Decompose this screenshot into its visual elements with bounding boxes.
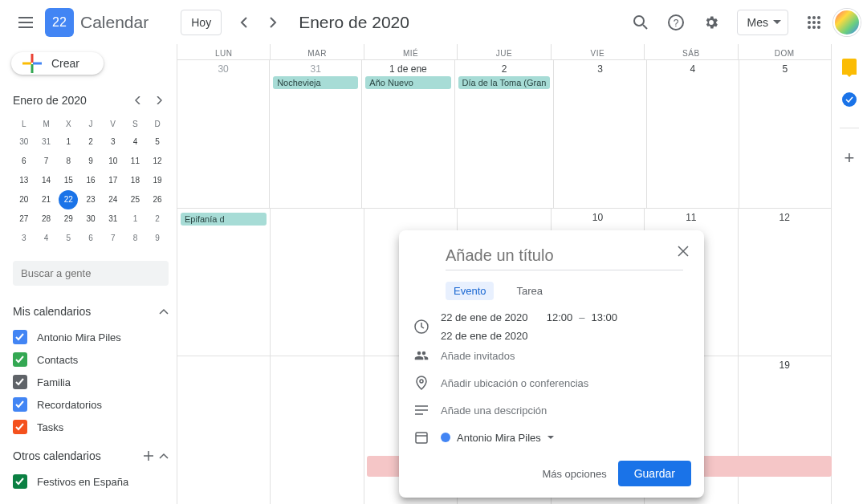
mini-day[interactable]: 2 — [148, 209, 167, 229]
mini-day[interactable]: 21 — [37, 190, 56, 209]
keep-icon[interactable] — [842, 59, 857, 75]
account-avatar[interactable] — [833, 9, 861, 36]
grid-cell[interactable]: Epifanía d — [177, 209, 271, 356]
create-button[interactable]: Crear — [11, 52, 104, 75]
end-date[interactable]: 22 de ene de 2020 — [441, 330, 527, 342]
grid-cell[interactable]: 12 — [739, 209, 832, 356]
menu-button[interactable] — [6, 3, 45, 42]
add-calendar-icon[interactable] — [143, 450, 154, 461]
calendar-selector[interactable]: Antonio Mira Piles — [441, 432, 554, 444]
mini-day[interactable]: 3 — [104, 132, 123, 152]
calendar-list-item[interactable]: Tasks — [13, 416, 169, 438]
tasks-panel-icon[interactable] — [842, 92, 857, 107]
mini-day[interactable]: 23 — [81, 190, 100, 209]
calendar-list-item[interactable]: Recordatorios — [13, 393, 169, 416]
mini-day[interactable]: 7 — [104, 229, 123, 248]
next-month-button[interactable] — [260, 10, 286, 35]
mini-day[interactable]: 15 — [59, 171, 78, 190]
mini-day[interactable]: 1 — [59, 132, 78, 152]
calendar-list-item[interactable]: Familia — [13, 371, 169, 393]
calendar-checkbox[interactable] — [13, 397, 27, 412]
mini-day[interactable]: 27 — [14, 209, 34, 229]
event-chip[interactable]: Año Nuevo — [365, 76, 450, 89]
mini-day[interactable]: 24 — [104, 190, 123, 209]
calendar-checkbox[interactable] — [13, 474, 27, 489]
guests-row[interactable]: Añade invitados — [413, 342, 691, 369]
mini-day[interactable]: 4 — [37, 229, 56, 248]
mini-day[interactable]: 18 — [125, 171, 144, 190]
event-chip[interactable]: Día de la Toma (Gran — [458, 76, 551, 89]
calendar-checkbox[interactable] — [13, 330, 27, 344]
tab-event[interactable]: Evento — [446, 282, 494, 300]
search-button[interactable] — [625, 6, 657, 39]
people-search-input[interactable] — [13, 261, 169, 286]
mini-day[interactable]: 9 — [81, 152, 100, 171]
grid-cell[interactable] — [271, 209, 364, 356]
mini-day[interactable]: 11 — [125, 152, 144, 171]
event-title-input[interactable] — [446, 242, 683, 270]
event-chip[interactable]: Epifanía d — [181, 213, 267, 226]
mini-day[interactable]: 26 — [148, 190, 167, 209]
grid-cell[interactable]: 19 — [739, 356, 832, 504]
today-button[interactable]: Hoy — [181, 10, 222, 35]
mini-day[interactable]: 30 — [81, 209, 100, 229]
settings-button[interactable] — [695, 6, 727, 39]
mini-day[interactable]: 12 — [148, 152, 167, 171]
mini-day[interactable]: 8 — [125, 229, 144, 248]
help-button[interactable]: ? — [660, 6, 692, 39]
mini-day[interactable]: 16 — [81, 171, 100, 190]
mini-day[interactable]: 13 — [14, 171, 34, 190]
mini-day[interactable]: 5 — [59, 229, 78, 248]
prev-month-button[interactable] — [231, 10, 257, 35]
mini-day[interactable]: 14 — [37, 171, 56, 190]
grid-cell[interactable] — [271, 356, 364, 504]
my-calendars-toggle[interactable]: Mis calendarios — [13, 299, 169, 324]
grid-cell[interactable]: 1 de eneAño Nuevo — [362, 60, 454, 208]
mini-day[interactable]: 4 — [125, 132, 144, 152]
mini-day[interactable]: 1 — [125, 209, 144, 229]
mini-day[interactable]: 31 — [104, 209, 123, 229]
mini-day[interactable]: 3 — [14, 229, 34, 248]
calendar-checkbox[interactable] — [13, 352, 27, 367]
dialog-close-button[interactable] — [670, 238, 696, 264]
mini-day[interactable]: 5 — [148, 132, 167, 152]
mini-day[interactable]: 28 — [37, 209, 56, 229]
mini-day[interactable]: 9 — [148, 229, 167, 248]
mini-day[interactable]: 10 — [104, 152, 123, 171]
grid-cell[interactable]: 4 — [647, 60, 739, 208]
calendar-list-item[interactable]: Antonio Mira Piles — [13, 326, 169, 348]
calendar-list-item[interactable]: Contacts — [13, 348, 169, 371]
calendar-list-item[interactable]: Festivos en España — [13, 470, 169, 493]
mini-day[interactable]: 31 — [37, 132, 56, 152]
mini-day[interactable]: 29 — [59, 209, 78, 229]
start-date[interactable]: 22 de ene de 2020 — [441, 311, 527, 323]
add-panel-button[interactable]: + — [845, 149, 855, 167]
mini-day[interactable]: 17 — [104, 171, 123, 190]
mini-day[interactable]: 22 — [59, 190, 78, 209]
save-button[interactable]: Guardar — [618, 461, 691, 486]
end-time[interactable]: 13:00 — [591, 311, 617, 323]
grid-cell[interactable]: 2Día de la Toma (Gran — [455, 60, 555, 208]
mini-day[interactable]: 8 — [59, 152, 78, 171]
view-selector[interactable]: Mes — [737, 10, 788, 35]
grid-cell[interactable]: 3 — [554, 60, 646, 208]
grid-cell[interactable] — [177, 356, 271, 504]
mini-day[interactable]: 30 — [14, 132, 34, 152]
calendar-checkbox[interactable] — [13, 420, 27, 434]
description-row[interactable]: Añade una descripción — [413, 396, 691, 424]
other-calendars-toggle[interactable]: Otros calendarios — [13, 443, 169, 469]
google-apps-button[interactable] — [798, 6, 830, 39]
grid-cell[interactable]: 5 — [739, 60, 832, 208]
mini-prev-button[interactable] — [128, 91, 148, 110]
more-options-button[interactable]: Más opciones — [542, 468, 606, 480]
mini-day[interactable]: 25 — [125, 190, 144, 209]
start-time[interactable]: 12:00 — [547, 311, 573, 323]
mini-day[interactable]: 19 — [148, 171, 167, 190]
mini-day[interactable]: 7 — [37, 152, 56, 171]
tab-task[interactable]: Tarea — [508, 282, 551, 300]
mini-day[interactable]: 2 — [81, 132, 100, 152]
grid-cell[interactable]: 31Nochevieja — [270, 60, 362, 208]
app-logo[interactable]: 22 Calendar — [45, 8, 149, 37]
mini-day[interactable]: 6 — [81, 229, 100, 248]
mini-day[interactable]: 20 — [14, 190, 34, 209]
